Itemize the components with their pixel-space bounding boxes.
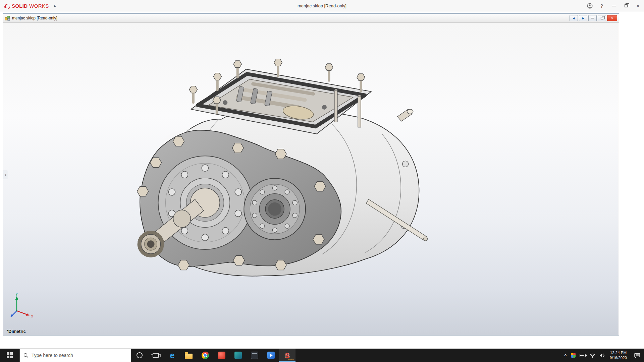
help-button[interactable]: ? bbox=[596, 0, 608, 12]
mdi-client-area: menjac sklop [Read-only] ◀ ▶ × bbox=[0, 12, 644, 349]
network-status-button[interactable] bbox=[588, 349, 597, 362]
taskbar-app-blue[interactable] bbox=[263, 349, 279, 362]
collapse-arrow-icon: ◀ bbox=[4, 174, 6, 176]
app-close-button[interactable]: × bbox=[632, 0, 644, 12]
taskbar-clock[interactable]: 12:24 PM 9/16/2020 bbox=[607, 350, 630, 360]
battery-icon bbox=[580, 354, 586, 357]
blue-app-icon bbox=[267, 352, 275, 359]
document-titlebar[interactable]: menjac sklop [Read-only] ◀ ▶ × bbox=[3, 14, 619, 23]
battery-status-button[interactable] bbox=[578, 349, 588, 362]
document-title: menjac sklop [Read-only] bbox=[12, 16, 57, 20]
doc-restore-button[interactable] bbox=[598, 15, 606, 21]
taskbar-app-solidworks[interactable]: S 2020 bbox=[279, 349, 296, 362]
pane-left-icon: ◀ bbox=[573, 17, 575, 20]
taskbar-app-cortana[interactable] bbox=[131, 349, 148, 362]
display-pane-right-button[interactable]: ▶ bbox=[579, 15, 587, 21]
document-window: menjac sklop [Read-only] ◀ ▶ × bbox=[3, 13, 619, 336]
task-view-icon bbox=[153, 353, 159, 358]
feature-manager-collapse-tab[interactable]: ◀ bbox=[3, 171, 7, 179]
taskbar-search-box[interactable] bbox=[19, 349, 131, 362]
speaker-icon bbox=[599, 353, 605, 358]
minimize-icon bbox=[612, 6, 616, 6]
clock-date: 9/16/2020 bbox=[610, 355, 627, 360]
doc-close-button[interactable]: × bbox=[607, 15, 617, 21]
document-window-controls: ◀ ▶ × bbox=[570, 15, 617, 21]
triad-x-label: x bbox=[31, 314, 33, 318]
taskbar-app-edge[interactable]: e bbox=[164, 349, 180, 362]
assembly-document-icon bbox=[5, 15, 10, 21]
red-app-icon bbox=[218, 352, 225, 359]
user-icon bbox=[587, 3, 593, 9]
tray-app-button[interactable] bbox=[569, 349, 578, 362]
solidworks-app-window: SOLIDWORKS ▶ menjac sklop [Read-only] ? … bbox=[0, 0, 644, 362]
dark-app-icon bbox=[251, 352, 258, 359]
orientation-triad: y x bbox=[10, 292, 33, 318]
view-orientation-label: *Dimetric bbox=[7, 329, 26, 334]
chevron-up-icon: ^ bbox=[564, 353, 567, 359]
clock-time: 12:24 PM bbox=[610, 350, 627, 355]
cortana-icon bbox=[137, 352, 143, 358]
help-icon: ? bbox=[600, 3, 603, 9]
notification-icon bbox=[634, 353, 640, 358]
restore-icon bbox=[625, 4, 628, 7]
close-icon: × bbox=[636, 3, 640, 9]
gearbox-model-canvas[interactable]: y x bbox=[3, 23, 619, 335]
restore-icon bbox=[601, 17, 603, 19]
breather-stub bbox=[397, 109, 413, 121]
teal-app-icon bbox=[234, 352, 242, 359]
display-pane-left-button[interactable]: ◀ bbox=[570, 15, 578, 21]
taskbar-app-dark[interactable] bbox=[246, 349, 263, 362]
taskbar-app-chrome[interactable] bbox=[197, 349, 213, 362]
taskbar-app-red[interactable] bbox=[213, 349, 230, 362]
brand-text-works: WORKS bbox=[29, 3, 49, 9]
pane-right-icon: ▶ bbox=[582, 17, 584, 20]
search-icon bbox=[23, 353, 29, 358]
user-profile-button[interactable] bbox=[584, 0, 596, 12]
app-minimize-button[interactable] bbox=[608, 0, 620, 12]
wifi-icon bbox=[590, 353, 595, 358]
edge-icon: e bbox=[170, 351, 175, 360]
solidworks-logo-icon bbox=[3, 3, 10, 9]
solidworks-year-badge: 2020 bbox=[287, 358, 293, 361]
search-input[interactable] bbox=[32, 353, 127, 358]
windows-logo-icon bbox=[7, 352, 13, 358]
brand-text-solid: SOLID bbox=[12, 3, 28, 9]
chrome-icon bbox=[202, 352, 209, 359]
graphics-viewport[interactable]: y x *Dimetric ◀ bbox=[3, 23, 619, 335]
taskbar-task-view-button[interactable] bbox=[148, 349, 164, 362]
app-titlebar: SOLIDWORKS ▶ menjac sklop [Read-only] ? … bbox=[0, 0, 644, 12]
output-bearing-boss bbox=[244, 178, 306, 240]
solidworks-brand[interactable]: SOLIDWORKS ▶ bbox=[0, 3, 77, 9]
triad-y-label: y bbox=[16, 292, 18, 296]
taskbar-app-teal[interactable] bbox=[230, 349, 246, 362]
start-button[interactable] bbox=[0, 349, 19, 362]
taskbar-app-file-explorer[interactable] bbox=[180, 349, 197, 362]
brand-expand-arrow-icon[interactable]: ▶ bbox=[54, 4, 56, 8]
action-center-button[interactable] bbox=[630, 349, 644, 362]
system-tray: ^ 12:24 PM 9/16/2020 bbox=[562, 349, 644, 362]
gearbox-model[interactable] bbox=[137, 59, 428, 276]
windows-taskbar: e S 2020 ^ bbox=[0, 349, 644, 362]
app-window-title: menjac sklop [Read-only] bbox=[298, 3, 346, 8]
close-icon: × bbox=[611, 16, 613, 21]
doc-minimize-button[interactable] bbox=[588, 15, 597, 21]
tray-app-icon bbox=[571, 353, 576, 358]
app-window-controls: ? × bbox=[584, 0, 644, 12]
app-restore-button[interactable] bbox=[620, 0, 632, 12]
file-explorer-icon bbox=[185, 354, 193, 359]
hidden-icons-button[interactable]: ^ bbox=[562, 349, 569, 362]
volume-button[interactable] bbox=[597, 349, 607, 362]
minimize-icon bbox=[591, 18, 594, 18]
